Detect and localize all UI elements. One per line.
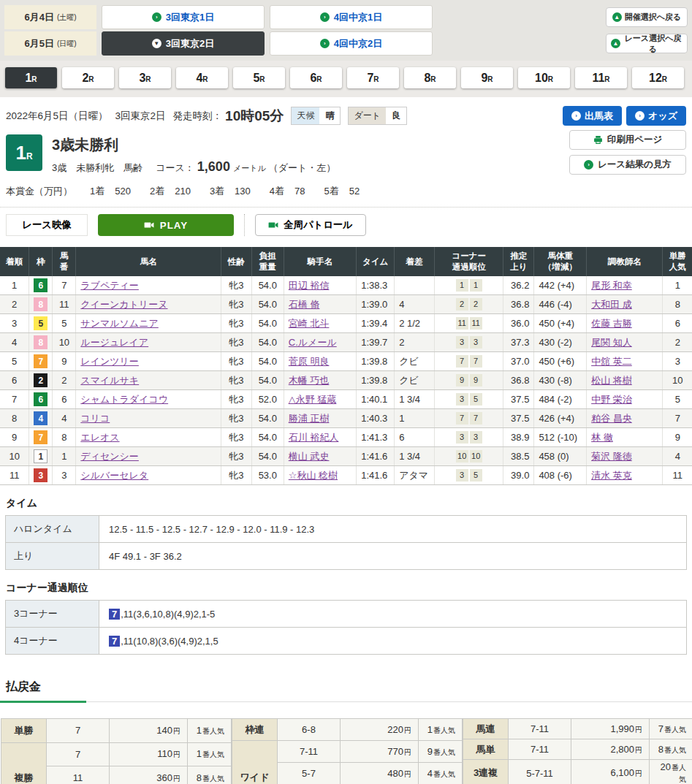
corner-order-table: 3コーナー 7,11(3,6,10,8)(4,9)2,1-5 4コーナー 7,1…	[5, 600, 687, 655]
corner-position: 9	[470, 374, 482, 387]
tab-suffix: R	[202, 75, 208, 83]
time-section-heading: タイム	[0, 485, 692, 515]
waku-cell: 7	[29, 428, 53, 447]
jockey-link[interactable]: C.ルメール	[289, 337, 337, 348]
trainer-link[interactable]: 尾形 和幸	[591, 280, 632, 291]
horse-link[interactable]: スマイルサキ	[80, 375, 139, 386]
button-label: 全周パトロール	[284, 218, 353, 232]
arrow-right-circle-icon: ›	[635, 111, 645, 121]
race-tab-4R[interactable]: 4R	[176, 67, 228, 88]
video-camera-icon	[268, 220, 278, 230]
win-favorite: 11	[663, 466, 692, 485]
sex-age: 牝3	[221, 390, 251, 409]
payout-amount: 480円	[341, 763, 419, 784]
heading-rule	[0, 701, 692, 702]
race-tab-2R[interactable]: 2R	[62, 67, 114, 88]
horse-link[interactable]: ラブペティー	[80, 280, 139, 291]
tab-suffix: R	[316, 75, 322, 83]
jockey-link[interactable]: 横山 武史	[289, 451, 330, 462]
corner-position: 2	[470, 298, 482, 311]
jockey-link[interactable]: 石橋 脩	[289, 299, 320, 310]
shutsubahyo-button[interactable]: › 出馬表	[563, 106, 622, 126]
prize-amount: 52	[349, 186, 360, 197]
horse-link[interactable]: ルージュレイア	[80, 337, 148, 348]
back-to-kaisai-select-button[interactable]: ▲ 開催選択へ戻る	[606, 7, 688, 27]
trainer-link[interactable]: 清水 英克	[591, 470, 632, 481]
race-tab-9R[interactable]: 9R	[461, 67, 513, 88]
jockey-link[interactable]: 木幡 巧也	[289, 375, 330, 386]
trainer-link[interactable]: 菊沢 隆徳	[591, 451, 632, 462]
horse-name-cell: サンマルソムニア	[76, 314, 221, 333]
prize-item: 2着210	[150, 185, 191, 198]
finish-time: 1:41.6	[357, 466, 395, 485]
play-button[interactable]: PLAY	[98, 214, 234, 236]
prize-item: 3着130	[210, 185, 251, 198]
race-video-label[interactable]: レース映像	[6, 214, 88, 236]
horse-link[interactable]: サンマルソムニア	[80, 318, 158, 329]
horse-name-cell: クイーンカトリーヌ	[76, 295, 221, 314]
finish-position: 8	[0, 409, 29, 428]
horse-link[interactable]: ディセンシー	[80, 451, 139, 462]
jockey-link[interactable]: 勝浦 正樹	[289, 413, 330, 424]
horse-link[interactable]: クイーンカトリーヌ	[80, 299, 167, 310]
jockey-cell: C.ルメール	[284, 333, 356, 352]
corner-position: 7	[456, 412, 468, 425]
trainer-link[interactable]: 林 徹	[591, 432, 613, 443]
arrow-down-circle-icon: ▼	[152, 39, 161, 48]
jockey-link[interactable]: 宮崎 北斗	[289, 318, 330, 329]
trainer-link[interactable]: 中野 栄治	[591, 394, 632, 405]
jockey-link[interactable]: 石川 裕紀人	[289, 432, 339, 443]
sex-age: 牝3	[221, 409, 251, 428]
jockey-link[interactable]: 田辺 裕信	[289, 280, 330, 291]
trainer-link[interactable]: 粕谷 昌央	[591, 413, 632, 424]
horse-link[interactable]: コリコ	[80, 413, 110, 424]
race-tab-5R[interactable]: 5R	[233, 67, 285, 88]
horse-number: 2	[53, 371, 76, 390]
race-tab-1R[interactable]: 1R	[5, 67, 57, 88]
jockey-link[interactable]: ☆秋山 稔樹	[289, 470, 338, 481]
horse-number: 8	[53, 428, 76, 447]
back-to-race-select-button[interactable]: ▲ レース選択へ戻る	[606, 34, 688, 53]
trainer-link[interactable]: 中舘 英二	[591, 356, 632, 367]
race-tab-3R[interactable]: 3R	[119, 67, 171, 88]
horse-link[interactable]: レインツリー	[80, 356, 139, 367]
race-tab-11R[interactable]: 11R	[575, 67, 627, 88]
jockey-link[interactable]: 菅原 明良	[289, 356, 330, 367]
patrol-video-button[interactable]: 全周パトロール	[255, 214, 366, 236]
jockey-cell: △永野 猛蔵	[284, 390, 356, 409]
trainer-cell: 尾関 知人	[587, 333, 663, 352]
trainer-link[interactable]: 尾関 知人	[591, 337, 632, 348]
meeting-button-tokyo-day1[interactable]: › 3回東京1日	[102, 5, 265, 29]
result-guide-button[interactable]: › レース結果の見方	[569, 155, 686, 175]
tab-number: 7	[367, 72, 373, 85]
race-tab-10R[interactable]: 10R	[518, 67, 570, 88]
finish-time: 1:41.6	[357, 447, 395, 466]
odds-button[interactable]: › オッズ	[626, 106, 686, 126]
amount-value: 480	[387, 768, 403, 779]
trainer-link[interactable]: 大和田 成	[591, 299, 632, 310]
horse-link[interactable]: シルバーセレタ	[80, 470, 148, 481]
trainer-link[interactable]: 佐藤 吉勝	[591, 318, 632, 329]
heading-rule-accent	[0, 701, 86, 703]
race-tab-8R[interactable]: 8R	[404, 67, 456, 88]
print-page-button[interactable]: 印刷用ページ	[569, 130, 686, 150]
carried-weight: 54.0	[251, 371, 284, 390]
meeting-button-chukyo-day1[interactable]: › 4回中京1日	[270, 5, 433, 29]
race-tab-7R[interactable]: 7R	[347, 67, 399, 88]
horse-link[interactable]: シャムトラダイコウ	[80, 394, 168, 405]
tab-suffix: R	[430, 75, 436, 83]
margin	[395, 276, 435, 295]
trainer-link[interactable]: 松山 将樹	[591, 375, 632, 386]
payout-row: 複勝7110円1番人気	[1, 742, 232, 766]
race-tab-6R[interactable]: 6R	[290, 67, 342, 88]
carried-weight: 52.0	[251, 390, 284, 409]
waku-badge: 3	[34, 468, 47, 482]
button-label: オッズ	[648, 110, 677, 123]
race-tab-12R[interactable]: 12R	[632, 67, 684, 88]
jockey-link[interactable]: △永野 猛蔵	[289, 394, 337, 405]
popularity-suffix: 番人気	[202, 727, 224, 735]
bet-type-label: 枠連	[232, 719, 278, 741]
horse-link[interactable]: エレオス	[80, 432, 119, 443]
meeting-button-chukyo-day2[interactable]: › 4回中京2日	[270, 31, 433, 56]
meeting-button-tokyo-day2-selected[interactable]: ▼ 3回東京2日	[102, 31, 265, 56]
